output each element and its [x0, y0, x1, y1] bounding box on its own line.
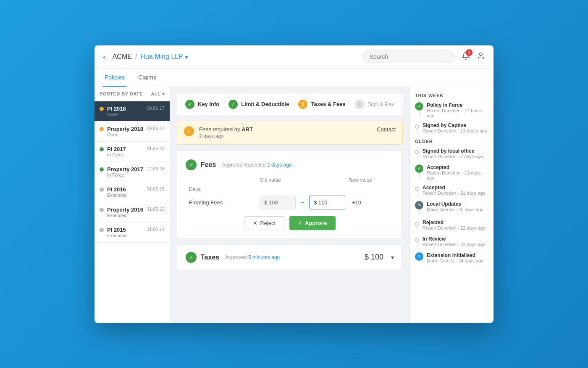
- older-title: OLDER: [415, 139, 488, 144]
- timeline-icon-wrap: [415, 185, 419, 197]
- breadcrumb-company: ACME: [113, 53, 132, 61]
- timeline-dot: [415, 222, 419, 226]
- approve-button[interactable]: ✓ Approve: [289, 216, 336, 230]
- main-layout: SORTED BY DATE ALL ▾ PI 2018 Open 09.06.…: [94, 87, 494, 323]
- step-label: Key Info: [198, 101, 219, 107]
- timeline-icon-wrap: ✎: [415, 201, 423, 215]
- step-inactive-icon: 4: [355, 100, 364, 109]
- fees-table-header: Old value New value Delta: [186, 177, 394, 192]
- timeline-icon-wrap: [415, 122, 419, 135]
- fees-subtitle: Approval requested 2 days ago: [222, 162, 291, 168]
- fees-old-value-input[interactable]: [260, 196, 296, 209]
- timeline-content: Policy in Force Robert Duneden · 12 hour…: [427, 102, 488, 118]
- alert-banner: i Fees required by ART 2 days ago Contac…: [177, 121, 403, 145]
- step-label: Sign & Pay: [368, 101, 394, 107]
- search-input[interactable]: [362, 50, 455, 63]
- wizard-step-3: 3 Taxes & Fees: [298, 100, 345, 109]
- approve-check-icon: ✓: [298, 220, 302, 226]
- taxes-card: ✓ Taxes Approved 5 minutes ago $ 100 ▾: [177, 245, 403, 270]
- policy-status-dot: [100, 228, 104, 232]
- taxes-amount: $ 100: [365, 253, 383, 262]
- policy-item[interactable]: PI 2016 Extended 31.05.15: [94, 182, 170, 202]
- fees-timestamp-link[interactable]: 2 days ago: [267, 162, 292, 168]
- fees-card: ✓ Fees Approval requested 2 days ago Old…: [177, 151, 403, 239]
- fees-action-row: ✕ Reject ✓ Approve: [186, 216, 394, 230]
- breadcrumb-separator: /: [135, 53, 137, 61]
- timeline-content: Local Updates Mario Gomez · 20 days ago: [427, 201, 488, 212]
- step-check-icon: ✓: [228, 100, 238, 109]
- sidebar-filter: SORTED BY DATE ALL ▾: [94, 87, 170, 101]
- policy-status-dot: [100, 188, 104, 192]
- step-label: Limit & Deductible: [241, 101, 289, 107]
- policy-status-dot: [100, 208, 104, 212]
- policy-info: Property 2016 Extended: [107, 207, 143, 218]
- alert-text: Fees required by ART: [199, 126, 372, 132]
- timeline-item: ✓ Policy in Force Robert Duneden · 12 ho…: [415, 102, 488, 118]
- wizard-steps: ✓ Key Info ✓ Limit & Deductible 3 Taxes …: [177, 94, 403, 115]
- policy-item[interactable]: PI 2018 Open 09.06.17: [94, 101, 170, 122]
- alert-content: Fees required by ART 2 days ago: [199, 126, 372, 139]
- dropdown-icon: ▾: [185, 53, 188, 61]
- timeline-item: Signed by local office Robert Duneden · …: [415, 148, 488, 160]
- step-connector: [349, 104, 352, 104]
- back-button[interactable]: ‹: [103, 52, 106, 62]
- app-window: ‹ ACME / Hua Ming LLP ▾ 3: [94, 45, 494, 323]
- policy-status-dot: [100, 107, 104, 111]
- taxes-check-icon: ✓: [186, 252, 197, 263]
- policy-item[interactable]: PI 2015 Extended 31.05.14: [94, 222, 170, 243]
- step-number-icon: 3: [298, 100, 307, 109]
- taxes-subtitle: Approved 5 minutes ago: [225, 254, 280, 260]
- policy-status-dot: [100, 127, 104, 131]
- filter-all-button[interactable]: ALL ▾: [151, 91, 165, 97]
- timeline-content: Extension initialised Mario Gomez · 24 d…: [427, 252, 488, 263]
- this-week-title: THIS WEEK: [415, 93, 488, 98]
- timeline-item: Signed by Captive Robert Duneden · 13 ho…: [415, 122, 488, 135]
- policy-info: PI 2015 Extended: [107, 227, 143, 238]
- fees-delta-value: +10: [349, 199, 391, 206]
- timeline-content: Signed by Captive Robert Duneden · 13 ho…: [423, 122, 488, 133]
- wizard-step-4: 4 Sign & Pay: [355, 100, 394, 109]
- timeline-icon-wrap: [415, 236, 419, 248]
- fees-check-icon: ✓: [186, 159, 197, 170]
- tab-claims[interactable]: Claims: [136, 69, 158, 87]
- content-area: ✓ Key Info ✓ Limit & Deductible 3 Taxes …: [170, 87, 410, 323]
- alert-contact-link[interactable]: Contact: [377, 126, 396, 132]
- policy-info: PI 2016 Extended: [107, 186, 143, 198]
- timeline-icon-wrap: ✓: [415, 102, 423, 116]
- breadcrumb-client[interactable]: Hua Ming LLP ▾: [140, 53, 188, 61]
- timeline-icon-wrap: [415, 148, 419, 160]
- timeline-item: In Review Robert Duneden · 23 days ago: [415, 236, 488, 248]
- timeline-item: Rejected Robert Duneden · 22 days ago: [415, 220, 488, 232]
- step-label: Taxes & Fees: [311, 101, 345, 107]
- reject-button[interactable]: ✕ Reject: [244, 216, 284, 230]
- timeline-content: In Review Robert Duneden · 23 days ago: [423, 236, 488, 247]
- policy-info: Property 2018 Open: [107, 126, 143, 137]
- local-updates-icon: ✎: [415, 201, 423, 209]
- timeline-icon-wrap: ✓: [415, 164, 423, 179]
- policy-item[interactable]: Property 2018 Open 09.06.17: [94, 122, 170, 142]
- fees-col-delta: Delta: [189, 186, 256, 192]
- policy-item[interactable]: PI 2017 In Force 31.05.16: [94, 142, 170, 162]
- tabs-bar: Policies Claims: [94, 69, 494, 87]
- timeline-dot: [415, 238, 419, 242]
- wizard-step-2: ✓ Limit & Deductible: [228, 100, 289, 109]
- fees-new-value-input[interactable]: [309, 196, 345, 209]
- filter-dropdown-icon: ▾: [162, 91, 165, 97]
- policy-status-dot: [100, 167, 104, 172]
- taxes-timestamp-link[interactable]: 5 minutes ago: [248, 254, 280, 260]
- timeline-icon-wrap: ↻: [415, 252, 423, 261]
- fees-col-new: New value: [349, 177, 391, 183]
- policy-status-dot: [100, 147, 104, 151]
- timeline-content: Rejected Robert Duneden · 22 days ago: [423, 220, 488, 230]
- policy-item[interactable]: Property 2017 In Force 12.06.16: [94, 162, 170, 182]
- tab-policies[interactable]: Policies: [103, 69, 126, 87]
- timeline-item: ✎ Local Updates Mario Gomez · 20 days ag…: [415, 201, 488, 215]
- taxes-expand-icon[interactable]: ▾: [391, 254, 394, 261]
- notifications-button[interactable]: 3: [462, 52, 470, 62]
- svg-point-0: [480, 53, 483, 56]
- policy-item[interactable]: Property 2016 Extended 31.05.15: [94, 202, 170, 222]
- alert-icon: i: [184, 126, 194, 136]
- user-avatar[interactable]: [477, 52, 485, 62]
- timeline-content: Accepted Robert Duneden · 13 days ago: [427, 164, 488, 180]
- header-icons: 3: [462, 52, 485, 62]
